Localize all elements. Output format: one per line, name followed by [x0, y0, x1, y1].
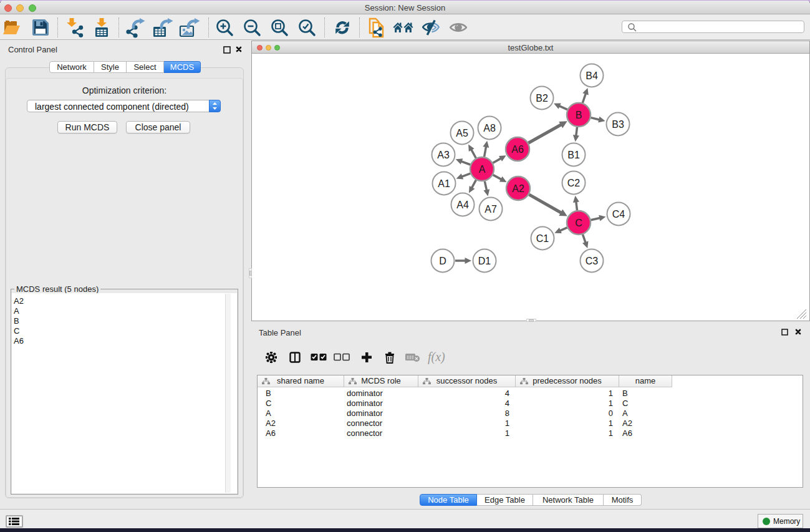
svg-text:B3: B3	[612, 119, 624, 130]
svg-text:A2: A2	[512, 183, 524, 194]
svg-text:A8: A8	[483, 123, 496, 133]
svg-text:D: D	[439, 256, 446, 266]
svg-text:C1: C1	[536, 233, 549, 244]
svg-text:A1: A1	[438, 178, 450, 189]
svg-text:C2: C2	[567, 178, 581, 188]
svg-text:A6: A6	[511, 144, 524, 155]
svg-text:A4: A4	[456, 200, 469, 210]
svg-text:C: C	[575, 218, 582, 228]
svg-text:D1: D1	[478, 256, 491, 266]
svg-text:A7: A7	[485, 204, 497, 215]
svg-text:B4: B4	[586, 70, 598, 81]
svg-text:C3: C3	[586, 256, 599, 266]
svg-text:B1: B1	[567, 150, 580, 160]
svg-text:B2: B2	[536, 93, 548, 104]
svg-text:A5: A5	[456, 128, 468, 138]
svg-text:A: A	[479, 164, 486, 175]
svg-text:A3: A3	[437, 150, 450, 160]
svg-text:B: B	[576, 110, 582, 120]
svg-text:C4: C4	[612, 209, 625, 220]
